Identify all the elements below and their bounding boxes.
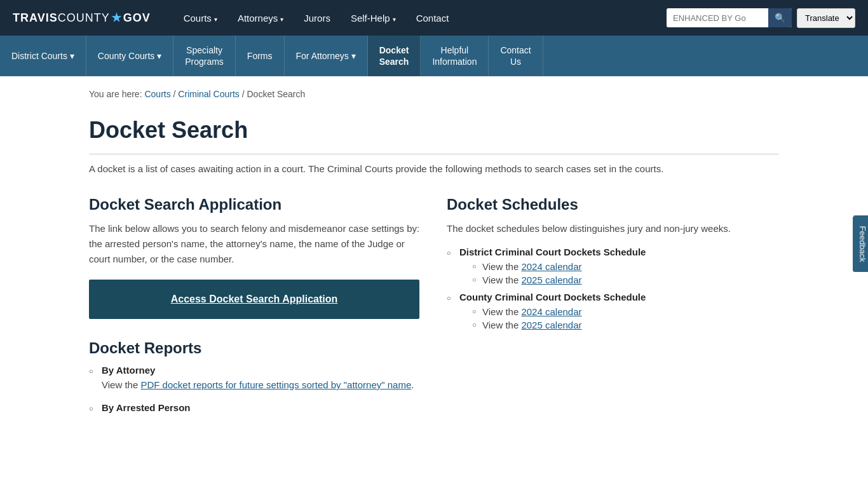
top-nav-right: 🔍 Translate (667, 8, 855, 28)
access-docket-search-button[interactable]: Access Docket Search Application (89, 280, 419, 319)
subnav-contact-us[interactable]: ContactUs (489, 36, 543, 76)
report-by-attorney-label: By Attorney (102, 365, 421, 376)
report-by-arrested-label: By Arrested Person (102, 402, 421, 413)
list-item: View the 2025 calendar (472, 274, 779, 285)
search-input[interactable] (667, 10, 768, 27)
breadcrumb-prefix: You are here: (89, 89, 142, 99)
subnav-docket-search[interactable]: DocketSearch (368, 36, 421, 76)
two-col-layout: Docket Search Application The link below… (89, 196, 779, 424)
county-2025-link[interactable]: 2025 calendar (521, 320, 581, 330)
col-right: Docket Schedules The docket schedules be… (447, 196, 779, 424)
breadcrumb: You are here: Courts / Criminal Courts /… (0, 76, 868, 104)
docket-app-description: The link below allows you to search felo… (89, 221, 421, 267)
county-docket-label: County Criminal Court Dockets Schedule (459, 292, 646, 302)
list-item: View the 2024 calendar (472, 306, 779, 317)
main-content: Docket Search A docket is a list of case… (0, 104, 868, 449)
courts-chevron-icon (214, 13, 217, 24)
nav-contact[interactable]: Contact (409, 9, 457, 27)
list-item: View the 2024 calendar (472, 261, 779, 272)
subnav-helpful-information[interactable]: HelpfulInformation (421, 36, 489, 76)
nav-selfhelp[interactable]: Self-Help (343, 9, 403, 27)
logo-travis: TRAVIS (13, 11, 58, 24)
county-2024-link[interactable]: 2024 calendar (521, 306, 581, 317)
breadcrumb-criminal-courts[interactable]: Criminal Courts (178, 89, 239, 99)
translate-select[interactable]: Translate (797, 8, 855, 28)
district-2024-link[interactable]: 2024 calendar (521, 261, 581, 272)
logo-gov: GOV (123, 11, 151, 24)
list-item: County Criminal Court Dockets Schedule V… (447, 292, 779, 330)
district-2024-prefix: View the (482, 261, 521, 272)
county-2024-prefix: View the (482, 306, 521, 317)
search-box: 🔍 (667, 8, 792, 27)
site-logo[interactable]: TRAVISCOUNTY★GOV (13, 11, 151, 25)
subnav-district-courts[interactable]: District Courts ▾ (0, 36, 86, 76)
district-2025-link[interactable]: 2025 calendar (521, 274, 581, 285)
breadcrumb-courts[interactable]: Courts (144, 89, 170, 99)
col-left: Docket Search Application The link below… (89, 196, 421, 424)
attorney-pdf-link[interactable]: PDF docket reports for future settings s… (140, 379, 411, 390)
top-nav: TRAVISCOUNTY★GOV Courts Attorneys Jurors… (0, 0, 868, 36)
docket-reports-list: By Attorney View the PDF docket reports … (89, 365, 421, 414)
county-2025-prefix: View the (482, 320, 521, 330)
breadcrumb-current: Docket Search (247, 89, 306, 99)
report-by-attorney-desc: View the PDF docket reports for future s… (102, 379, 414, 390)
district-docket-label: District Criminal Court Dockets Schedule (459, 247, 646, 257)
logo-county: COUNTY (58, 11, 110, 24)
subnav-county-courts[interactable]: County Courts ▾ (86, 36, 173, 76)
nav-attorneys[interactable]: Attorneys (230, 9, 291, 27)
subnav-forms[interactable]: Forms (236, 36, 285, 76)
docket-reports-section: Docket Reports By Attorney View the PDF … (89, 339, 421, 414)
list-item: District Criminal Court Dockets Schedule… (447, 247, 779, 285)
docket-schedules-description: The docket schedules below distinguishes… (447, 221, 779, 236)
subnav-for-attorneys[interactable]: For Attorneys ▾ (285, 36, 368, 76)
logo-star: ★ (111, 11, 122, 24)
breadcrumb-sep2: / (242, 89, 247, 99)
docket-schedules-title: Docket Schedules (447, 196, 779, 214)
page-description: A docket is a list of cases awaiting act… (89, 162, 779, 177)
subnav-specialty-programs[interactable]: SpecialtyPrograms (173, 36, 236, 76)
list-item: By Arrested Person (89, 402, 421, 413)
list-item: View the 2025 calendar (472, 320, 779, 330)
attorneys-chevron-icon (280, 13, 283, 24)
county-docket-sublist: View the 2024 calendar View the 2025 cal… (459, 306, 779, 330)
district-2025-prefix: View the (482, 274, 521, 285)
list-item: By Attorney View the PDF docket reports … (89, 365, 421, 393)
top-nav-links: Courts Attorneys Jurors Self-Help Contac… (176, 9, 667, 27)
docket-reports-title: Docket Reports (89, 339, 421, 357)
docket-schedules-list: District Criminal Court Dockets Schedule… (447, 247, 779, 330)
docket-app-title: Docket Search Application (89, 196, 421, 214)
feedback-tab[interactable]: Feedback (853, 215, 868, 272)
page-title: Docket Search (89, 117, 779, 154)
sub-nav: District Courts ▾ County Courts ▾ Specia… (0, 36, 868, 76)
selfhelp-chevron-icon (393, 13, 396, 24)
search-button[interactable]: 🔍 (768, 8, 792, 27)
nav-jurors[interactable]: Jurors (296, 9, 338, 27)
district-docket-sublist: View the 2024 calendar View the 2025 cal… (459, 261, 779, 285)
nav-courts[interactable]: Courts (176, 9, 225, 27)
